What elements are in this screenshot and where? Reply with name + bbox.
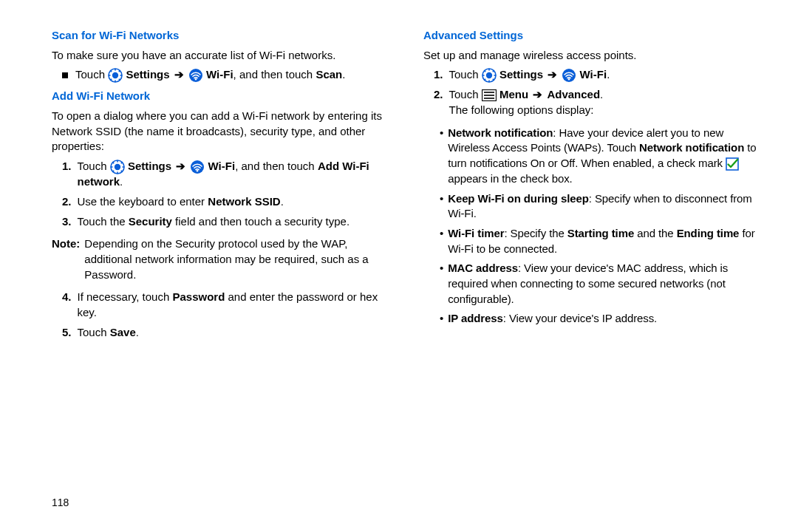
label-wifi: Wi-Fi	[206, 68, 233, 81]
label: Starting time	[567, 227, 634, 239]
label: Keep Wi-Fi on during sleep	[448, 192, 589, 205]
opt-wifi-timer: • Wi-Fi timer: Specify the Starting time…	[440, 226, 767, 256]
checkmark-icon	[726, 157, 739, 171]
step-number: 5.	[62, 325, 72, 341]
svg-line-31	[493, 79, 494, 81]
opt-network-notification: • Network notification: Have your device…	[440, 126, 767, 187]
text: and the	[634, 227, 676, 239]
svg-line-21	[121, 162, 123, 163]
scan-bullet-text: Touch Settings ➔ Wi-Fi, and then touch S…	[75, 67, 345, 83]
note-label: Note:	[52, 236, 80, 282]
svg-line-9	[119, 71, 120, 72]
text: .	[120, 175, 123, 188]
label-settings: Settings	[128, 160, 171, 172]
label-password: Password	[172, 290, 225, 303]
note-text: Depending on the Security protocol used …	[84, 236, 395, 282]
manual-page: Scan for Wi-Fi Networks To make sure you…	[0, 0, 798, 368]
label: Network notification	[639, 141, 744, 154]
advanced-lead: Set up and manage wireless access points…	[423, 48, 767, 64]
scan-bullet: Touch Settings ➔ Wi-Fi, and then touch S…	[62, 67, 395, 83]
step-number: 2.	[62, 194, 72, 210]
svg-line-20	[112, 171, 114, 172]
bullet-icon: •	[440, 126, 443, 187]
bullet-icon: •	[440, 311, 443, 327]
text: The following options display:	[449, 103, 594, 116]
step-text: Touch Menu ➔ Advanced. The following opt…	[449, 87, 604, 117]
label-save: Save	[110, 326, 136, 338]
text: appears in the check box.	[448, 172, 572, 185]
wifi-icon	[190, 160, 205, 174]
heading-advanced: Advanced Settings	[423, 28, 767, 44]
heading-add-wifi: Add Wi-Fi Network	[52, 89, 395, 104]
step-3: 3. Touch the Security field and then tou…	[62, 214, 395, 230]
svg-line-8	[111, 79, 112, 81]
label-wifi: Wi-Fi	[580, 68, 607, 81]
opt-text: Network notification: Have your device a…	[448, 126, 767, 187]
step-text: Touch the Security field and then touch …	[78, 214, 350, 230]
text: : Specify the	[504, 227, 567, 239]
opt-mac-address: • MAC address: View your device's MAC ad…	[440, 261, 767, 307]
step-text: Touch Settings ➔ Wi-Fi.	[449, 67, 610, 83]
text: : View your device's IP address.	[503, 312, 657, 324]
label: Ending time	[677, 227, 740, 239]
text: field and then touch a security type.	[172, 215, 349, 228]
step-number: 1.	[434, 67, 443, 83]
step-text: Touch Settings ➔ Wi-Fi, and then touch A…	[78, 159, 395, 190]
step-text: If necessary, touch Password and enter t…	[78, 290, 395, 320]
text: Use the keyboard to enter	[78, 195, 208, 208]
opt-text: IP address: View your device's IP addres…	[448, 311, 657, 327]
menu-icon	[482, 89, 497, 101]
label: Wi-Fi timer	[448, 227, 504, 239]
step-text: Touch Save.	[78, 325, 139, 341]
svg-line-18	[112, 162, 114, 163]
text: .	[136, 326, 139, 338]
add-lead: To open a dialog where you can add a Wi-…	[52, 109, 395, 154]
step-5: 5. Touch Save.	[62, 325, 395, 341]
text: .	[342, 68, 345, 81]
adv-step-2: 2. Touch Menu ➔ Advanced. The following …	[434, 87, 767, 117]
bullet-icon: •	[440, 191, 443, 222]
svg-point-13	[115, 164, 120, 170]
page-number: 118	[52, 497, 69, 508]
bullet-icon: •	[440, 226, 443, 256]
opt-text: MAC address: View your device's MAC addr…	[448, 261, 767, 307]
settings-icon	[108, 68, 123, 83]
step-number: 1.	[62, 159, 72, 190]
text: If necessary, touch	[78, 290, 173, 303]
label: IP address	[448, 312, 503, 324]
step-number: 4.	[62, 290, 72, 320]
svg-point-11	[195, 79, 197, 81]
svg-point-23	[197, 170, 198, 171]
svg-line-30	[484, 71, 485, 72]
wifi-icon	[188, 68, 203, 83]
svg-line-32	[484, 79, 485, 81]
text: , and then touch	[235, 160, 318, 172]
text: .	[600, 88, 603, 100]
label: Network notification	[448, 126, 553, 139]
step-2: 2. Use the keyboard to enter Network SSI…	[62, 194, 395, 210]
text: Touch	[78, 160, 110, 172]
label-scan: Scan	[316, 68, 342, 81]
svg-point-25	[486, 72, 492, 78]
heading-scan-wifi: Scan for Wi-Fi Networks	[52, 28, 395, 44]
svg-point-35	[568, 79, 570, 81]
arrow-icon: ➔	[531, 88, 544, 100]
left-column: Scan for Wi-Fi Networks To make sure you…	[52, 28, 395, 347]
svg-line-33	[493, 71, 494, 72]
add-steps: 1. Touch Settings ➔ Wi-Fi, and then touc…	[62, 159, 395, 229]
square-bullet-icon	[62, 72, 68, 78]
add-steps-cont: 4. If necessary, touch Password and ente…	[62, 290, 395, 340]
step-1: 1. Touch Settings ➔ Wi-Fi, and then touc…	[62, 159, 395, 190]
label-security: Security	[129, 215, 172, 228]
bullet-icon: •	[440, 261, 443, 307]
opt-text: Keep Wi-Fi on during sleep: Specify when…	[448, 191, 767, 222]
step-number: 3.	[62, 214, 72, 230]
scan-lead: To make sure you have an accurate list o…	[52, 48, 395, 64]
text: .	[607, 68, 610, 81]
opt-keep-wifi-sleep: • Keep Wi-Fi on during sleep: Specify wh…	[440, 191, 767, 222]
text: Touch the	[78, 215, 129, 228]
step-4: 4. If necessary, touch Password and ente…	[62, 290, 395, 320]
note-block: Note: Depending on the Security protocol…	[52, 236, 395, 282]
text: .	[281, 195, 284, 208]
label: MAC address	[448, 262, 518, 274]
